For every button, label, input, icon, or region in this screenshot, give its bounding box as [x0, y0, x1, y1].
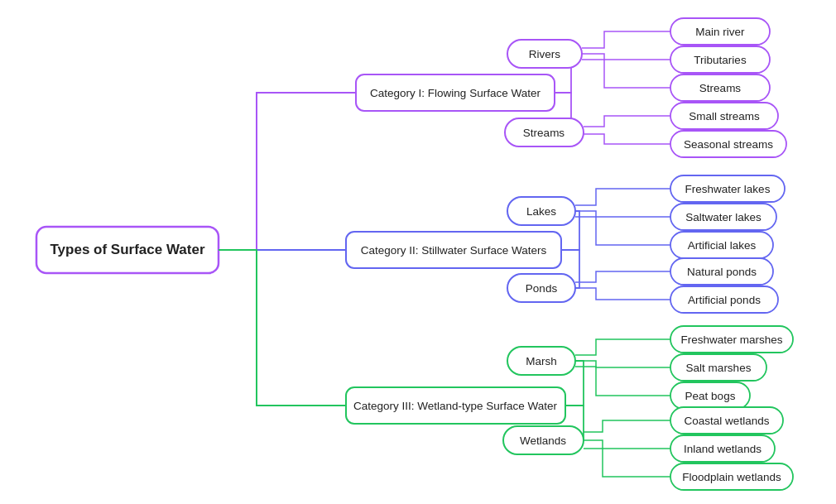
ponds-label: Ponds [526, 282, 558, 295]
artificial-ponds-label: Artificial ponds [688, 294, 761, 306]
cat1-label: Category I: Flowing Surface Water [370, 87, 541, 99]
peat-bogs-label: Peat bogs [685, 390, 736, 402]
freshwater-marshes-label: Freshwater marshes [680, 334, 782, 346]
floodplain-wetlands-label: Floodplain wetlands [682, 471, 781, 483]
streams-item-label: Streams [699, 82, 742, 94]
streams-label: Streams [523, 127, 565, 139]
saltwater-lakes-label: Saltwater lakes [685, 211, 762, 223]
cat2-label: Category II: Stillwater Surface Waters [361, 244, 547, 257]
inland-wetlands-label: Inland wetlands [684, 443, 762, 455]
artificial-lakes-label: Artificial lakes [688, 239, 757, 252]
small-streams-label: Small streams [689, 110, 760, 122]
main-river-label: Main river [695, 26, 745, 38]
coastal-wetlands-label: Coastal wetlands [685, 415, 770, 427]
cat3-label: Category III: Wetland-type Surface Water [353, 400, 558, 412]
marsh-label: Marsh [526, 355, 557, 367]
natural-ponds-label: Natural ponds [687, 266, 757, 278]
wetlands-label: Wetlands [520, 434, 566, 447]
salt-marshes-label: Salt marshes [686, 362, 752, 374]
seasonal-streams-label: Seasonal streams [684, 138, 773, 151]
mind-map: Types of Surface Water Category I: Flowi… [0, 0, 836, 504]
tributaries-label: Tributaries [694, 54, 747, 66]
lakes-label: Lakes [526, 205, 556, 218]
freshwater-lakes-label: Freshwater lakes [685, 183, 771, 195]
root-label: Types of Surface Water [50, 242, 204, 257]
rivers-label: Rivers [529, 48, 561, 60]
